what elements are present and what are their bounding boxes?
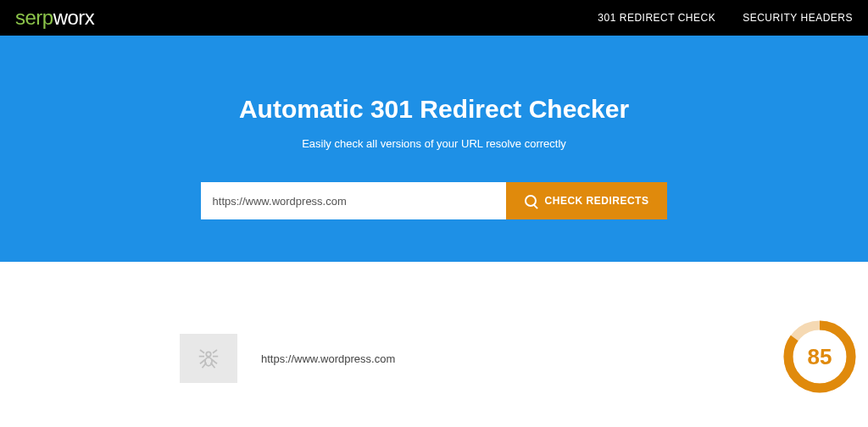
svg-point-1 [205,358,212,366]
search-icon [525,195,537,207]
logo-part1: serp [15,6,53,29]
logo[interactable]: serpworx [15,6,94,30]
score-value: 85 [808,344,832,370]
check-button-label: CHECK REDIRECTS [545,195,649,207]
header: serpworx 301 REDIRECT CHECK SECURITY HEA… [0,0,868,36]
page-subtitle: Easily check all versions of your URL re… [0,137,868,150]
results-section: https://www.wordpress.com 85 [0,262,868,408]
logo-part2: worx [53,6,95,29]
result-row: https://www.wordpress.com 85 [180,334,688,383]
url-input[interactable] [201,182,506,219]
score-gauge: 85 [782,319,858,395]
spider-icon [196,346,221,371]
check-redirects-button[interactable]: CHECK REDIRECTS [506,182,668,219]
nav: 301 REDIRECT CHECK SECURITY HEADERS [598,12,853,24]
page-title: Automatic 301 Redirect Checker [0,95,868,124]
search-form: CHECK REDIRECTS [0,182,868,219]
nav-security-headers[interactable]: SECURITY HEADERS [743,12,853,24]
nav-redirect-check[interactable]: 301 REDIRECT CHECK [598,12,715,24]
hero: Automatic 301 Redirect Checker Easily ch… [0,36,868,262]
crawler-icon-box [180,334,237,383]
svg-point-0 [206,352,211,357]
result-url: https://www.wordpress.com [237,334,688,383]
